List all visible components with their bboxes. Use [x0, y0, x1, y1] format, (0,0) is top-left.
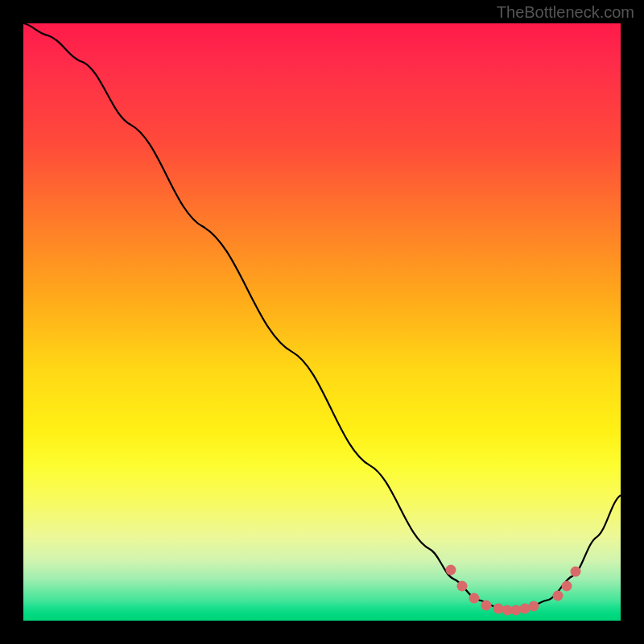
data-dot [562, 580, 572, 591]
watermark-text: TheBottleneck.com [497, 3, 634, 22]
data-dot [481, 601, 492, 611]
data-dot [469, 592, 480, 603]
data-dot [553, 590, 564, 601]
curve-line [23, 23, 621, 621]
data-dot [571, 567, 581, 577]
data-dot [529, 601, 539, 612]
plot-area [23, 23, 621, 621]
data-dot [445, 564, 456, 575]
data-dot [457, 580, 468, 591]
